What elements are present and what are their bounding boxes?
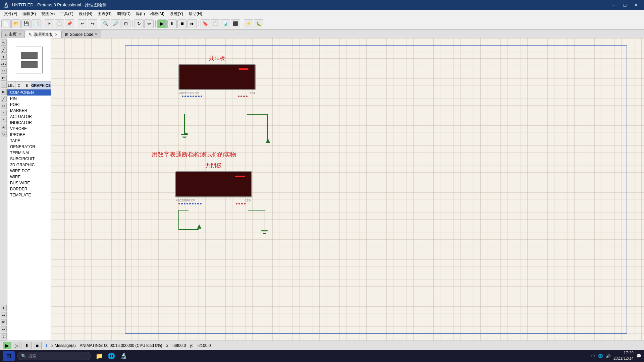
tab-source[interactable]: ⊞ Source Code ✕ — [61, 31, 101, 38]
comp-subcircuit[interactable]: SUBCIRCUIT — [7, 156, 51, 162]
comp-indicator[interactable]: INDICATOR — [7, 120, 51, 126]
tb-vsm[interactable]: ⚡ — [244, 19, 253, 28]
mirror-tool[interactable]: ⇔ — [1, 312, 7, 318]
taskbar-search[interactable]: 🔍 搜索 — [17, 352, 91, 360]
close-button[interactable]: ✕ — [631, 1, 641, 9]
menu-tools[interactable]: 工具(T) — [57, 10, 76, 17]
start-button[interactable]: ⊞ — [3, 351, 15, 361]
comp-iprobe[interactable]: IPROBE — [7, 132, 51, 138]
text-draw-tool[interactable]: A — [1, 124, 7, 130]
bus-entry[interactable]: ⊏ — [1, 75, 7, 81]
flip-h-tool[interactable]: ⇔ — [1, 326, 7, 332]
mode-c[interactable]: C — [15, 82, 23, 89]
menu-edit[interactable]: 编辑(E) — [20, 10, 39, 17]
taskbar-app-explorer[interactable]: 📁 — [94, 351, 105, 361]
sim-play[interactable]: ▶ — [3, 342, 11, 349]
taskbar-app-proteus[interactable]: 🔬 — [118, 351, 129, 361]
port-tool[interactable]: ⊳ — [1, 89, 7, 95]
comp-pin[interactable]: PIN — [7, 96, 51, 102]
tb-pause[interactable]: ⏸ — [167, 19, 177, 28]
wire-tool[interactable]: ╱ — [1, 47, 7, 53]
menu-system[interactable]: 系统(Y) — [167, 10, 186, 17]
display-unit-2: 共阴极 — [175, 162, 252, 204]
tab-home-close[interactable]: ✕ — [18, 32, 21, 37]
comp-wire[interactable]: WIRE — [7, 174, 51, 180]
tb-mirror[interactable]: ⇔ — [144, 19, 154, 28]
tb-paste[interactable]: 📌 — [65, 19, 74, 28]
mode-lbl[interactable]: LBL — [7, 82, 15, 89]
menu-chart[interactable]: 图表(G) — [95, 10, 114, 17]
tb-save[interactable]: 💾 — [21, 19, 31, 28]
menu-library[interactable]: 库(L) — [133, 10, 148, 17]
tb-new[interactable]: 📄 — [1, 19, 11, 28]
sim-stop[interactable]: ■ — [33, 342, 42, 349]
comp-wiredot[interactable]: WIRE DOT — [7, 168, 51, 174]
tb-netlist[interactable]: 📋 — [211, 19, 220, 28]
tab-home[interactable]: ⌂ 主页 ✕ — [1, 31, 25, 38]
tb-cut[interactable]: ✂ — [45, 19, 54, 28]
rotate-tool[interactable]: + — [1, 305, 7, 311]
arc-tool[interactable]: ◜ — [1, 117, 7, 123]
menu-help[interactable]: 帮助(H) — [186, 10, 205, 17]
comp-template[interactable]: TEMPLATE — [7, 192, 51, 198]
tb-debug2[interactable]: 🐛 — [254, 19, 263, 28]
flip-v-tool[interactable]: ⇕ — [1, 333, 7, 339]
bus-tool[interactable]: + — [1, 54, 7, 60]
tb-saveas[interactable]: 📑 — [32, 19, 41, 28]
tb-redo[interactable]: ↪ — [88, 19, 97, 28]
notification-icon[interactable]: 💬 — [636, 354, 641, 358]
maximize-button[interactable]: □ — [620, 1, 630, 9]
comp-component[interactable]: COMPONENT — [7, 89, 51, 96]
zoom-tool[interactable]: 0° — [1, 319, 7, 325]
tab-schematic-close[interactable]: ✕ — [55, 33, 58, 37]
text-tool[interactable]: ≡≡ — [1, 68, 7, 74]
menu-view[interactable]: 视图(V) — [39, 10, 57, 17]
tb-bom[interactable]: 📊 — [221, 19, 230, 28]
tb-zoomin[interactable]: 🔍 — [101, 19, 110, 28]
comp-2dgraphic[interactable]: 2D GRAPHIC — [7, 162, 51, 168]
tab-source-close[interactable]: ✕ — [95, 32, 98, 37]
tb-undo[interactable]: ↩ — [78, 19, 87, 28]
line-tool[interactable]: ╱ — [1, 96, 7, 102]
tab-schematic[interactable]: ✎ 原理图绘制 ✕ — [25, 31, 61, 38]
comp-tape[interactable]: TAPE — [7, 138, 51, 144]
menu-template[interactable]: 模板(M) — [148, 10, 167, 17]
display1-footer-right: 1234 — [248, 92, 255, 95]
canvas-area[interactable]: 共阳极 — [51, 38, 644, 341]
tb-copy[interactable]: 📋 — [55, 19, 64, 28]
sim-step[interactable]: ▷| — [13, 342, 21, 349]
select-tool[interactable]: ↖ — [1, 40, 7, 46]
circle-tool[interactable]: ○ — [1, 110, 7, 116]
label-tool[interactable]: LBL — [1, 61, 7, 67]
comp-actuator[interactable]: ACTUATOR — [7, 114, 51, 120]
comp-marker[interactable]: MARKER — [7, 108, 51, 114]
tb-rotate[interactable]: ↻ — [134, 19, 144, 28]
comp-port[interactable]: PORT — [7, 102, 51, 108]
pin-d1-3 — [187, 96, 189, 97]
menu-debug[interactable]: 调试(D) — [114, 10, 133, 17]
tb-zoomout[interactable]: 🔎 — [111, 19, 120, 28]
sim-pause[interactable]: ⏸ — [23, 342, 32, 349]
rect-tool[interactable]: □ — [1, 103, 7, 109]
tb-zoomfit[interactable]: ⊡ — [121, 19, 130, 28]
symbol-tool[interactable]: S — [1, 131, 7, 137]
mode-graphics[interactable]: GRAPHICS — [31, 82, 51, 89]
comp-border[interactable]: BORDER — [7, 186, 51, 192]
menu-file[interactable]: 文件(F) — [1, 10, 20, 17]
menu-design[interactable]: 设计(N) — [76, 10, 95, 17]
comp-vprobe[interactable]: VPROBE — [7, 126, 51, 132]
comp-terminal[interactable]: TERMINAL — [7, 150, 51, 156]
tb-open[interactable]: 📂 — [11, 19, 21, 28]
comp-generator[interactable]: GENERATOR — [7, 144, 51, 150]
digit-2-4 — [220, 176, 231, 193]
junction-tool[interactable]: · — [1, 82, 7, 88]
comp-buswire[interactable]: BUS WIRE — [7, 180, 51, 186]
tb-annotate[interactable]: 🔖 — [201, 19, 210, 28]
tb-run[interactable]: ▶ — [157, 19, 167, 28]
tb-stop[interactable]: ⏹ — [177, 19, 187, 28]
minimize-button[interactable]: ─ — [608, 1, 619, 9]
mode-e[interactable]: E — [23, 82, 31, 89]
taskbar-app-edge[interactable]: 🌐 — [106, 351, 117, 361]
tb-pcb[interactable]: ⬛ — [231, 19, 240, 28]
tb-step[interactable]: ⏭ — [187, 19, 197, 28]
